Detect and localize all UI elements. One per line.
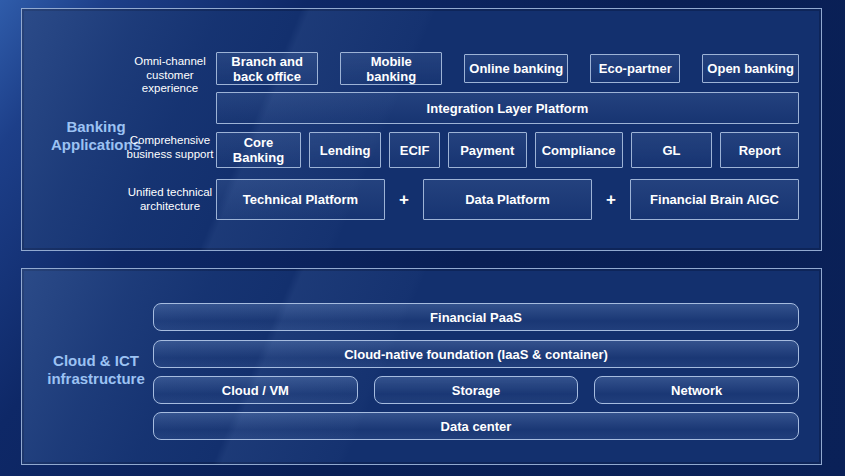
integration-row: Integration Layer Platform (216, 92, 799, 124)
box-financial-paas: Financial PaaS (153, 303, 799, 331)
box-technical-platform: Technical Platform (216, 179, 385, 220)
architecture-diagram: Banking Applications Omni-channel custom… (0, 0, 845, 476)
box-network: Network (594, 376, 799, 404)
box-gl: GL (631, 132, 713, 168)
box-open-banking: Open banking (702, 54, 799, 83)
box-mobile-banking: Mobile banking (340, 52, 442, 85)
channel-row: Branch and back office Mobile banking On… (216, 52, 799, 85)
box-financial-brain-aigc: Financial Brain AIGC (630, 179, 799, 220)
business-support-row: Core Banking Lending ECIF Payment Compli… (216, 132, 799, 168)
infra-row: Cloud / VM Storage Network (153, 376, 799, 404)
box-eco-partner: Eco-partner (590, 54, 680, 83)
datacenter-row: Data center (153, 412, 799, 440)
paas-row: Financial PaaS (153, 303, 799, 331)
box-cloud-vm: Cloud / VM (153, 376, 358, 404)
box-ecif: ECIF (389, 132, 440, 168)
box-lending: Lending (309, 132, 381, 168)
plus-sign: + (385, 179, 423, 220)
platform-row: Technical Platform + Data Platform + Fin… (216, 179, 799, 220)
cloud-ict-panel: Cloud & ICT infrastructure Financial Paa… (21, 268, 822, 465)
banking-applications-panel: Banking Applications Omni-channel custom… (21, 8, 822, 251)
cloud-content: Financial PaaS Cloud-native foundation (… (153, 303, 799, 448)
plus-sign: + (592, 179, 630, 220)
box-compliance: Compliance (535, 132, 623, 168)
banking-content: Branch and back office Mobile banking On… (216, 52, 799, 220)
box-payment: Payment (448, 132, 527, 168)
box-data-center: Data center (153, 412, 799, 440)
cloud-ict-label: Cloud & ICT infrastructure (39, 352, 153, 388)
business-support-label: Comprehensive business support (122, 134, 218, 161)
box-core-banking: Core Banking (216, 132, 301, 168)
box-storage: Storage (374, 376, 579, 404)
box-cloud-native-foundation: Cloud-native foundation (IaaS & containe… (153, 340, 799, 368)
box-branch-back-office: Branch and back office (216, 52, 318, 85)
box-report: Report (720, 132, 799, 168)
foundation-row: Cloud-native foundation (IaaS & containe… (153, 340, 799, 368)
box-online-banking: Online banking (464, 54, 568, 83)
omni-channel-label: Omni-channel customer experience (122, 55, 218, 96)
box-integration-layer-platform: Integration Layer Platform (216, 92, 799, 124)
technical-architecture-label: Unified technical architecture (122, 186, 218, 213)
box-data-platform: Data Platform (423, 179, 592, 220)
